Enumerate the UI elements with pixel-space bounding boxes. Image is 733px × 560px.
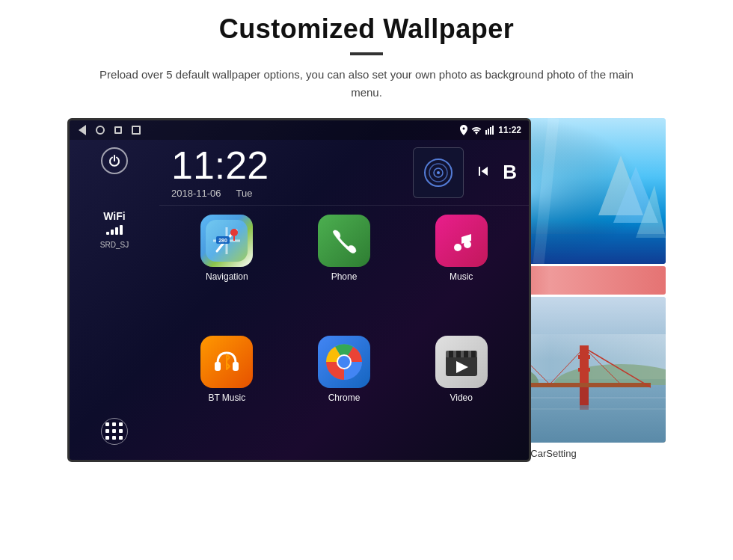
wifi-label: WiFi <box>100 210 129 222</box>
chrome-icon <box>318 336 370 388</box>
phone-label: Phone <box>331 271 358 282</box>
wifi-status-icon <box>471 126 482 135</box>
clock-date-value: 2018-11-06 <box>171 188 221 199</box>
app-phone[interactable]: Phone <box>289 215 400 330</box>
svg-rect-23 <box>449 351 453 357</box>
signal-app-icon[interactable] <box>413 147 464 198</box>
skip-prev-icon[interactable] <box>474 162 492 183</box>
title-divider <box>350 52 383 55</box>
svg-rect-26 <box>471 351 476 357</box>
status-time: 11:22 <box>498 125 521 135</box>
page-title: Customized Wallpaper <box>219 13 515 45</box>
status-bar-left <box>77 125 141 135</box>
btmusic-icon <box>200 336 253 388</box>
music-label: Music <box>450 271 473 282</box>
phone-icon <box>318 215 370 267</box>
navigation-icon: 280 <box>200 215 253 267</box>
chrome-label: Chrome <box>328 393 361 403</box>
square-icon <box>113 125 123 135</box>
location-icon <box>460 125 467 135</box>
sidebar: WiFi SRD_SJ <box>70 140 159 460</box>
page-subtitle: Preload over 5 default wallpaper options… <box>90 66 643 102</box>
grid-dots <box>105 422 124 441</box>
svg-rect-1 <box>488 129 489 135</box>
svg-point-14 <box>454 244 461 251</box>
svg-rect-17 <box>233 362 239 371</box>
video-icon <box>435 336 488 388</box>
wifi-ssid: SRD_SJ <box>100 241 129 249</box>
back-icon <box>77 125 88 135</box>
device-wrapper: 11:22 WiFi <box>67 118 666 462</box>
svg-text:280: 280 <box>218 238 227 243</box>
svg-rect-52 <box>578 355 590 359</box>
carsetting-label: CarSetting <box>530 448 576 459</box>
app-music[interactable]: Music <box>405 215 517 330</box>
center-content: 11:22 2018-11-06 Tue <box>159 140 529 460</box>
svg-point-20 <box>338 356 350 368</box>
video-label: Video <box>450 393 472 403</box>
app-video[interactable]: Video <box>405 336 517 451</box>
media-icons: B <box>413 147 517 198</box>
clock-area: 11:22 2018-11-06 Tue <box>159 140 529 206</box>
apps-grid-button[interactable] <box>101 418 128 445</box>
svg-rect-53 <box>578 368 590 372</box>
status-bar: 11:22 <box>70 120 529 140</box>
svg-rect-16 <box>215 362 221 371</box>
music-icon <box>435 215 488 267</box>
app-btmusic[interactable]: BT Music <box>171 336 283 451</box>
app-chrome[interactable]: Chrome <box>289 336 400 451</box>
status-bar-right: 11:22 <box>460 125 521 135</box>
bluetooth-icon[interactable]: B <box>503 161 517 184</box>
page-wrapper: Customized Wallpaper Preload over 5 defa… <box>0 0 733 560</box>
signal-icon <box>485 126 494 135</box>
clock-date: 2018-11-06 Tue <box>171 188 398 199</box>
screen-main: WiFi SRD_SJ <box>70 140 529 460</box>
navigation-label: Navigation <box>206 271 248 282</box>
svg-rect-62 <box>580 387 589 410</box>
wifi-bars <box>100 224 129 235</box>
clock-time: 11:22 <box>171 146 398 185</box>
svg-rect-24 <box>456 351 461 357</box>
home-icon <box>95 125 105 135</box>
svg-rect-3 <box>492 126 494 135</box>
svg-point-11 <box>230 229 238 236</box>
svg-rect-0 <box>485 130 487 135</box>
app-navigation[interactable]: 280 Navigation <box>171 215 283 330</box>
btmusic-label: BT Music <box>208 393 245 403</box>
android-screen: 11:22 WiFi <box>67 118 531 462</box>
wifi-section: WiFi SRD_SJ <box>100 210 129 250</box>
svg-rect-25 <box>464 351 468 357</box>
screenshot-icon <box>131 125 141 135</box>
power-button[interactable] <box>101 147 128 174</box>
clock-day-value: Tue <box>236 188 253 199</box>
svg-rect-2 <box>490 127 491 135</box>
svg-point-7 <box>437 171 440 174</box>
app-grid: 280 Navigation Ph <box>159 206 529 460</box>
clock-display: 11:22 2018-11-06 Tue <box>171 146 398 199</box>
